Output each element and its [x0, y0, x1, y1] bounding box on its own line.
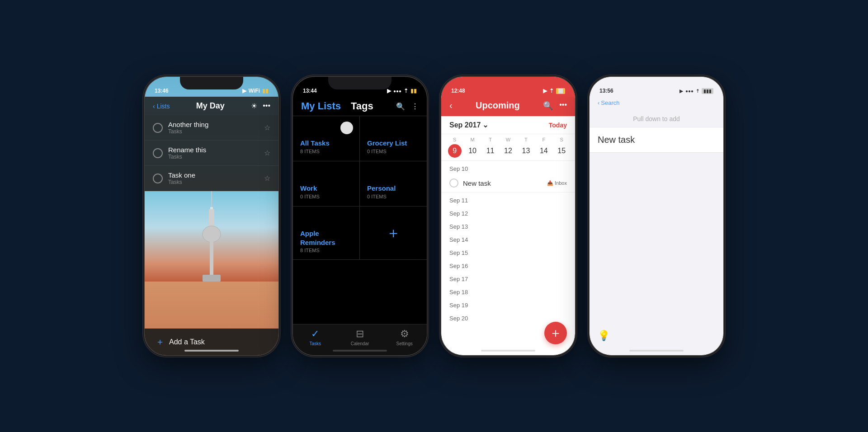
task-sub-0: Tasks — [168, 128, 259, 135]
work-name: Work — [300, 184, 352, 193]
task-new-task[interactable]: New task 📥 Inbox — [441, 174, 575, 193]
status-icons-3: ▶ ⇡ ⬜ — [543, 88, 565, 94]
apple-reminders-name: Apple Reminders — [300, 229, 352, 247]
list-cell-work[interactable]: Work 0 ITEMS — [293, 161, 360, 207]
tabbar-tasks[interactable]: ✓ Tasks — [293, 328, 338, 346]
status-icons-1: ▶ WiFi ▮▮ — [242, 88, 269, 94]
today-button[interactable]: Today — [549, 122, 567, 129]
svg-rect-2 — [209, 209, 214, 227]
wifi-icon-2: ⇡ — [404, 88, 408, 94]
phone-frame-4: 13:56 ▶ ●●● ⇡ ▮▮▮ ‹ Search Pu — [589, 76, 724, 356]
inbox-icon: 📥 — [547, 180, 553, 186]
location-icon-2: ▶ — [387, 88, 391, 94]
new-task-label: New task — [598, 135, 715, 145]
tab-my-lists[interactable]: My Lists — [301, 100, 341, 112]
signal-icon-2: ●●● — [393, 89, 401, 94]
star-icon-0[interactable]: ☆ — [264, 123, 270, 132]
lists-nav-icons: 🔍 ⋮ — [396, 102, 419, 111]
search-back-button[interactable]: ‹ Search — [598, 99, 620, 106]
week-col-3: W 12 — [499, 137, 517, 158]
list-cell-grocery[interactable]: Grocery List 0 ITEMS — [360, 116, 427, 161]
location-icon-3: ▶ — [543, 88, 547, 94]
screen-1: 13:46 ▶ WiFi ▮▮ ‹ Lists My Day ☀ — [145, 77, 278, 355]
nav-icons-1: ☀ ••• — [251, 102, 270, 110]
lists-grid: All Tasks 8 ITEMS Grocery List 0 ITEMS — [293, 116, 427, 260]
section-sep17: Sep 17 — [441, 271, 575, 284]
phone-search: 13:56 ▶ ●●● ⇡ ▮▮▮ ‹ Search Pu — [589, 76, 724, 356]
back-button-1[interactable]: ‹ Lists — [153, 103, 170, 110]
section-sep12: Sep 12 — [441, 206, 575, 219]
chevron-left-icon-1: ‹ — [153, 103, 155, 110]
time-3: 12:48 — [451, 88, 465, 94]
sched-checkbox-0[interactable] — [449, 178, 458, 188]
tabbar-settings[interactable]: ⚙ Settings — [382, 328, 427, 346]
task-checkbox-1[interactable] — [153, 148, 163, 158]
phone-frame-3: 12:48 ▶ ⇡ ⬜ ‹ Upcoming 🔍 ••• — [440, 76, 576, 356]
task-item-2[interactable]: Task one Tasks ☆ — [145, 166, 278, 191]
phones-container: 13:46 ▶ WiFi ▮▮ ‹ Lists My Day ☀ — [144, 76, 724, 356]
tabbar-calendar[interactable]: ⊟ Calendar — [338, 328, 382, 346]
back-button-3[interactable]: ‹ — [449, 100, 453, 111]
task-name-1: Rename this — [168, 146, 259, 154]
task-checkbox-0[interactable] — [153, 123, 163, 133]
task-info-1: Rename this Tasks — [168, 146, 259, 160]
add-task-label: Add a Task — [169, 338, 205, 346]
home-indicator-4 — [629, 350, 684, 352]
notch-4 — [625, 77, 688, 89]
phone-frame-1: 13:46 ▶ WiFi ▮▮ ‹ Lists My Day ☀ — [144, 76, 279, 356]
week-col-0: S 9 — [446, 137, 463, 158]
upcoming-title: Upcoming — [453, 100, 543, 111]
work-count: 0 ITEMS — [300, 194, 352, 199]
section-sep11: Sep 11 — [441, 193, 575, 206]
star-icon-1[interactable]: ☆ — [264, 149, 270, 157]
task-info-0: Another thing Tasks — [168, 121, 259, 135]
schedule-list: Sep 10 New task 📥 Inbox Sep 11 Sep 12 Se… — [441, 161, 575, 324]
task-checkbox-2[interactable] — [153, 174, 163, 183]
grocery-count: 0 ITEMS — [367, 149, 420, 154]
add-task-fab[interactable]: ＋ — [544, 322, 567, 344]
tower-svg — [198, 191, 225, 282]
tasks-tab-icon: ✓ — [311, 328, 319, 340]
section-sep14: Sep 14 — [441, 232, 575, 245]
notch-3 — [476, 77, 540, 89]
grocery-name: Grocery List — [367, 139, 420, 148]
svg-rect-6 — [203, 275, 221, 282]
task-list: Another thing Tasks ☆ Rename this Tasks … — [145, 115, 278, 191]
chevron-left-icon-4: ‹ — [598, 99, 599, 106]
section-sep10: Sep 10 — [441, 161, 575, 174]
more-icon-1[interactable]: ••• — [263, 102, 270, 110]
task-item-0[interactable]: Another thing Tasks ☆ — [145, 115, 278, 141]
all-tasks-name: All Tasks — [300, 139, 352, 148]
my-day-nav: ‹ Lists My Day ☀ ••• — [145, 97, 278, 115]
tab-tags[interactable]: Tags — [351, 100, 373, 112]
settings-tab-icon: ⚙ — [400, 328, 409, 340]
add-list-button[interactable]: ＋ — [386, 223, 401, 243]
settings-tab-label: Settings — [396, 341, 413, 346]
all-tasks-dot — [340, 122, 353, 134]
section-sep13: Sep 13 — [441, 219, 575, 232]
section-sep19: Sep 19 — [441, 297, 575, 310]
task-name-0: Another thing — [168, 121, 259, 128]
task-item-1[interactable]: Rename this Tasks ☆ — [145, 141, 278, 166]
section-sep18: Sep 18 — [441, 284, 575, 297]
calendar-tab-label: Calendar — [351, 341, 369, 346]
list-cell-all-tasks[interactable]: All Tasks 8 ITEMS — [293, 116, 360, 161]
time-1: 13:46 — [155, 88, 169, 94]
phone-frame-2: 13:44 ▶ ●●● ⇡ ▮▮ My Lists Tags 🔍 ⋮ — [292, 76, 428, 356]
list-cell-apple-reminders[interactable]: Apple Reminders 8 ITEMS — [293, 207, 360, 260]
battery-icon-2: ▮▮ — [410, 88, 417, 94]
list-cell-personal[interactable]: Personal 0 ITEMS — [360, 161, 427, 207]
star-icon-2[interactable]: ☆ — [264, 174, 270, 183]
signal-icon-1: ▶ — [242, 88, 246, 94]
list-cell-add[interactable]: ＋ — [360, 207, 427, 260]
more-icon-3[interactable]: ••• — [559, 101, 567, 111]
sun-icon[interactable]: ☀ — [251, 102, 257, 110]
search-icon-2[interactable]: 🔍 — [396, 102, 405, 111]
week-row: S 9 M 10 T 11 W 12 — [441, 134, 575, 161]
add-icon: ＋ — [156, 336, 165, 348]
search-icon-3[interactable]: 🔍 — [543, 101, 553, 111]
search-back-label: Search — [601, 99, 619, 106]
more-icon-2[interactable]: ⋮ — [411, 102, 419, 111]
nav-title-1: My Day — [170, 101, 251, 111]
cal-month[interactable]: Sep 2017 ⌄ — [449, 121, 488, 129]
